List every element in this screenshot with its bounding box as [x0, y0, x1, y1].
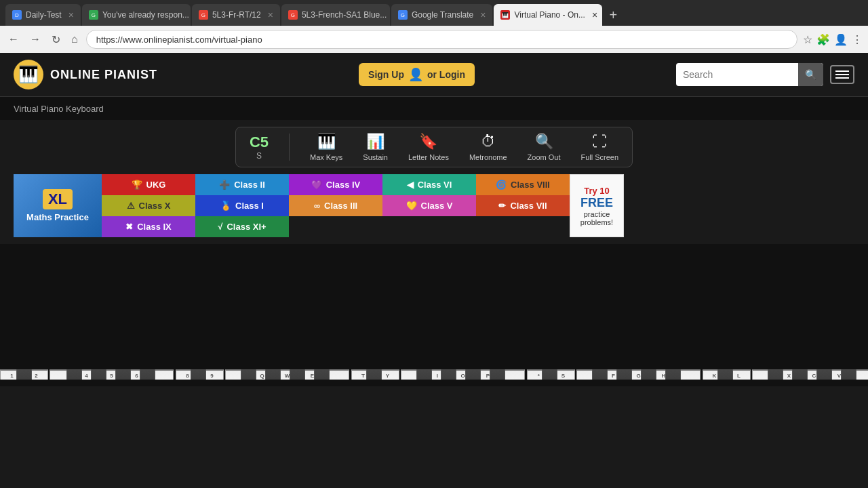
- forward-button[interactable]: →: [27, 32, 43, 47]
- tab-favicon: D: [12, 10, 22, 20]
- refresh-button[interactable]: ↻: [49, 32, 63, 47]
- hamburger-button[interactable]: [830, 65, 854, 84]
- tab-responded[interactable]: G You've already respon... ×: [82, 4, 191, 26]
- url-text: https://www.onlinepianist.com/virtual-pi…: [96, 35, 262, 45]
- class-icon: 🏅: [220, 201, 231, 211]
- sustain-button[interactable]: 📊 Sustain: [363, 133, 388, 161]
- letter-notes-button[interactable]: 🔖 Letter Notes: [408, 133, 449, 161]
- class-viii-button[interactable]: 🌀 Class VIII: [476, 174, 570, 195]
- class-i-button[interactable]: 🏅 Class I: [195, 195, 289, 216]
- new-tab-button[interactable]: +: [604, 7, 623, 23]
- note-sub: S: [256, 151, 262, 161]
- tab-favicon: G: [89, 10, 98, 20]
- piano-key-black[interactable]: [542, 369, 557, 380]
- tab-bar: D Daily-Test × G You've already respon..…: [0, 0, 868, 26]
- class-ix-button[interactable]: ✖ Class IX: [102, 216, 195, 237]
- class-iv-button[interactable]: 💜 Class IV: [289, 174, 382, 195]
- class-xi-button[interactable]: √ Class XI+: [195, 216, 289, 237]
- ad-section: XL Maths Practice 🏆 UKG ➕ Class II 💜 Cla…: [0, 174, 868, 244]
- menu-button[interactable]: ⋮: [852, 33, 863, 46]
- class-ukg-button[interactable]: 🏆 UKG: [102, 174, 195, 195]
- piano-key-black[interactable]: [191, 369, 206, 380]
- search-box[interactable]: 🔍: [676, 63, 823, 86]
- site-name: ONLINE PIANIST: [50, 68, 157, 82]
- toolbar-divider: [289, 134, 290, 161]
- piano-scroll[interactable]: .pk-white { width:35px; height:170px; ba…: [0, 244, 868, 380]
- search-button[interactable]: 🔍: [798, 63, 823, 86]
- piano-key-black[interactable]: [115, 369, 131, 380]
- tab-french-sa1[interactable]: G 5L3-French-SA1 Blue... ×: [281, 4, 390, 26]
- piano-key-black[interactable]: [717, 369, 733, 380]
- url-box[interactable]: https://www.onlinepianist.com/virtual-pi…: [86, 30, 797, 49]
- piano-key-black[interactable]: [265, 369, 281, 380]
- class-label: Class V: [421, 201, 453, 211]
- max-keys-button[interactable]: 🎹 Max Keys: [310, 133, 342, 161]
- piano-key-black[interactable]: [792, 369, 808, 380]
- search-icon: 🔍: [805, 69, 816, 80]
- piano-key-black[interactable]: [490, 369, 505, 380]
- ad-classes-grid: 🏆 UKG ➕ Class II 💜 Class IV ◀ Class VI 🌀: [102, 174, 570, 237]
- class-v-button[interactable]: 💛 Class V: [382, 195, 476, 216]
- auth-button-group[interactable]: Sign Up 👤 or Login: [359, 63, 475, 86]
- class-label: Class IX: [137, 222, 172, 232]
- piano-key-black[interactable]: [768, 369, 783, 380]
- tab-label: 5L3-Fr-RT/12: [212, 10, 261, 20]
- zoom-out-icon: 🔍: [535, 133, 553, 150]
- piano-key-black[interactable]: [91, 369, 106, 380]
- tab-close[interactable]: ×: [68, 9, 74, 20]
- piano-key-black[interactable]: [441, 369, 456, 380]
- home-button[interactable]: ⌂: [68, 32, 81, 47]
- piano-key-black[interactable]: [816, 369, 832, 380]
- class-label: Class VII: [510, 201, 547, 211]
- tab-french-rt[interactable]: G 5L3-Fr-RT/12 ×: [192, 4, 280, 26]
- class-label: UKG: [146, 180, 166, 190]
- bookmark-button[interactable]: ☆: [803, 33, 812, 46]
- piano-key-black[interactable]: [140, 369, 155, 380]
- piano-key-black[interactable]: [616, 369, 632, 380]
- metronome-button[interactable]: ⏱ Metronome: [469, 133, 507, 161]
- full-screen-label: Full Screen: [580, 153, 618, 161]
- octave-group-4: *↕ * S↕ S ↕ D: [526, 369, 701, 380]
- max-keys-icon: 🎹: [317, 133, 336, 150]
- tab-close[interactable]: ×: [480, 9, 486, 20]
- profile-button[interactable]: 👤: [834, 33, 848, 46]
- class-icon: ∞: [314, 201, 320, 211]
- letter-notes-icon: 🔖: [419, 133, 437, 150]
- tab-translate[interactable]: G Google Translate ×: [391, 4, 493, 26]
- class-x-button[interactable]: ⚠ Class X: [102, 195, 195, 216]
- piano-key-black[interactable]: [665, 369, 681, 380]
- tab-close[interactable]: ×: [268, 9, 273, 20]
- hamburger-line: [835, 70, 849, 72]
- extensions-button[interactable]: 🧩: [816, 33, 830, 46]
- tab-virtual-piano[interactable]: 🎹 Virtual Piano - On... ×: [494, 4, 602, 26]
- class-icon: ✖: [125, 222, 133, 232]
- piano-svg: [7, 244, 861, 369]
- piano-key-black[interactable]: [16, 369, 32, 380]
- logo-area: 🎹 ONLINE PIANIST: [14, 60, 157, 89]
- piano-key-black[interactable]: [465, 369, 481, 380]
- tab-label: You've already respon...: [102, 10, 189, 20]
- piano-key-black[interactable]: [592, 369, 608, 380]
- class-vii-button[interactable]: ✏ Class VII: [476, 195, 570, 216]
- piano-key-black[interactable]: [416, 369, 432, 380]
- piano-key-black[interactable]: [66, 369, 82, 380]
- class-vi-button[interactable]: ◀ Class VI: [382, 174, 476, 195]
- piano-key-black[interactable]: [290, 369, 305, 380]
- piano-key-black[interactable]: [366, 369, 382, 380]
- tab-daily-test[interactable]: D Daily-Test ×: [5, 4, 81, 26]
- zoom-out-button[interactable]: 🔍 Zoom Out: [528, 133, 561, 161]
- full-screen-button[interactable]: ⛶ Full Screen: [580, 133, 618, 161]
- class-ii-button[interactable]: ➕ Class II: [195, 174, 289, 195]
- metronome-label: Metronome: [469, 153, 507, 161]
- tab-close[interactable]: ×: [592, 9, 597, 20]
- class-iii-button[interactable]: ∞ Class III: [289, 195, 382, 216]
- piano-key-black[interactable]: [241, 369, 256, 380]
- toolbar-inner: C5 S 🎹 Max Keys 📊 Sustain 🔖 Letter Notes…: [235, 127, 633, 167]
- piano-key-black[interactable]: [841, 369, 856, 380]
- piano-key-black[interactable]: [641, 369, 656, 380]
- hamburger-line: [835, 74, 849, 75]
- search-input[interactable]: [676, 69, 798, 80]
- ad-banner: XL Maths Practice 🏆 UKG ➕ Class II 💜 Cla…: [14, 174, 570, 237]
- piano-key-black[interactable]: [314, 369, 330, 380]
- back-button[interactable]: ←: [5, 32, 22, 47]
